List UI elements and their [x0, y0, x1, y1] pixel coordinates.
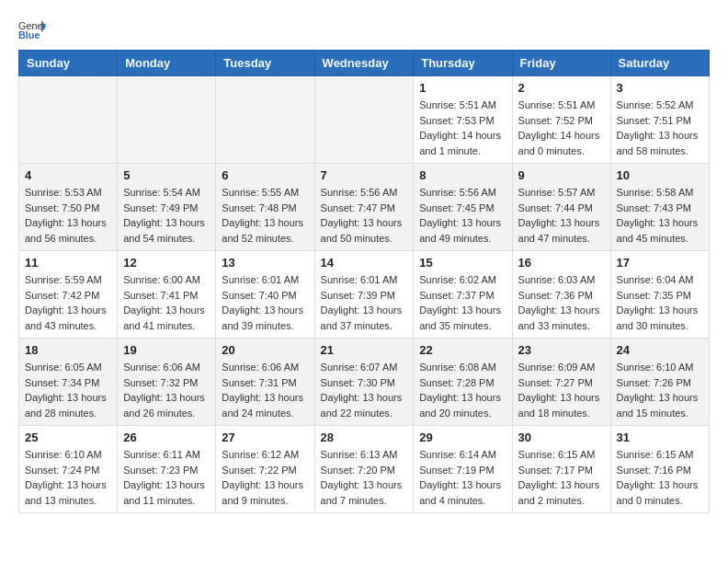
day-detail: Daylight: 13 hours and 0 minutes. [617, 477, 703, 508]
day-detail: Sunrise: 6:08 AM [419, 360, 506, 375]
calendar-cell [314, 76, 414, 164]
calendar-cell [118, 76, 216, 164]
day-detail: Daylight: 13 hours and 4 minutes. [419, 477, 506, 508]
day-detail: Sunrise: 6:14 AM [419, 447, 506, 463]
day-detail: Sunset: 7:53 PM [419, 113, 506, 129]
day-detail: Daylight: 13 hours and 47 minutes. [518, 215, 605, 246]
day-number: 11 [25, 256, 111, 270]
weekday-header-tuesday: Tuesday [216, 51, 314, 76]
logo: General Blue [18, 18, 46, 40]
calendar-cell: 1Sunrise: 5:51 AMSunset: 7:53 PMDaylight… [414, 76, 512, 164]
day-detail: Sunset: 7:36 PM [518, 288, 605, 304]
day-number: 16 [518, 256, 605, 270]
day-detail: Daylight: 13 hours and 22 minutes. [321, 390, 408, 420]
day-detail: Daylight: 13 hours and 11 minutes. [123, 477, 210, 508]
calendar-cell: 3Sunrise: 5:52 AMSunset: 7:51 PMDaylight… [610, 76, 709, 164]
weekday-header-friday: Friday [512, 51, 610, 76]
day-detail: Sunset: 7:28 PM [419, 375, 506, 391]
day-detail: Sunset: 7:35 PM [617, 288, 703, 304]
calendar-cell: 28Sunrise: 6:13 AMSunset: 7:20 PMDayligh… [314, 426, 414, 513]
calendar-cell: 17Sunrise: 6:04 AMSunset: 7:35 PMDayligh… [610, 251, 709, 339]
calendar-cell: 20Sunrise: 6:06 AMSunset: 7:31 PMDayligh… [216, 339, 314, 426]
calendar-cell: 25Sunrise: 6:10 AMSunset: 7:24 PMDayligh… [19, 426, 118, 513]
calendar-cell: 21Sunrise: 6:07 AMSunset: 7:30 PMDayligh… [314, 339, 414, 426]
calendar-cell: 13Sunrise: 6:01 AMSunset: 7:40 PMDayligh… [216, 251, 314, 339]
day-number: 27 [222, 431, 308, 444]
calendar-cell: 11Sunrise: 5:59 AMSunset: 7:42 PMDayligh… [19, 251, 118, 339]
day-detail: Sunset: 7:42 PM [25, 288, 111, 304]
weekday-header-sunday: Sunday [19, 51, 118, 76]
weekday-header-wednesday: Wednesday [314, 51, 414, 76]
day-number: 6 [222, 168, 308, 182]
day-number: 24 [617, 343, 703, 357]
calendar-cell: 29Sunrise: 6:14 AMSunset: 7:19 PMDayligh… [414, 426, 512, 513]
day-detail: Daylight: 13 hours and 35 minutes. [419, 303, 506, 333]
day-detail: Sunrise: 5:57 AM [518, 185, 605, 201]
calendar-cell [216, 76, 314, 164]
day-number: 2 [518, 81, 605, 95]
day-detail: Daylight: 13 hours and 7 minutes. [321, 477, 408, 508]
day-detail: Sunset: 7:37 PM [419, 288, 506, 304]
weekday-header-row: SundayMondayTuesdayWednesdayThursdayFrid… [19, 51, 710, 76]
day-detail: Daylight: 13 hours and 15 minutes. [617, 390, 703, 420]
day-detail: Sunrise: 6:01 AM [321, 272, 408, 288]
day-detail: Sunset: 7:39 PM [321, 288, 408, 304]
day-detail: Sunset: 7:16 PM [617, 463, 703, 478]
day-detail: Daylight: 13 hours and 33 minutes. [518, 303, 605, 333]
calendar-cell: 30Sunrise: 6:15 AMSunset: 7:17 PMDayligh… [512, 426, 610, 513]
calendar-cell [19, 76, 118, 164]
day-number: 28 [321, 431, 408, 444]
day-number: 14 [321, 256, 408, 270]
day-detail: Sunrise: 5:58 AM [617, 185, 703, 201]
day-detail: Daylight: 13 hours and 18 minutes. [518, 390, 605, 420]
day-detail: Daylight: 14 hours and 1 minute. [419, 128, 506, 158]
day-number: 13 [222, 256, 308, 270]
day-detail: Sunset: 7:27 PM [518, 375, 605, 391]
calendar-cell: 19Sunrise: 6:06 AMSunset: 7:32 PMDayligh… [118, 339, 216, 426]
calendar-cell: 2Sunrise: 5:51 AMSunset: 7:52 PMDaylight… [512, 76, 610, 164]
day-detail: Sunrise: 5:53 AM [25, 185, 111, 201]
day-number: 18 [25, 343, 111, 357]
calendar-week-row: 18Sunrise: 6:05 AMSunset: 7:34 PMDayligh… [19, 339, 710, 426]
page-header: General Blue [18, 18, 710, 40]
day-detail: Sunrise: 6:01 AM [222, 272, 308, 288]
day-number: 22 [419, 343, 506, 357]
day-detail: Sunrise: 6:13 AM [321, 447, 408, 463]
day-detail: Sunrise: 6:02 AM [419, 272, 506, 288]
calendar-week-row: 25Sunrise: 6:10 AMSunset: 7:24 PMDayligh… [19, 426, 710, 513]
weekday-header-monday: Monday [118, 51, 216, 76]
day-detail: Sunset: 7:22 PM [222, 463, 308, 478]
day-detail: Daylight: 13 hours and 50 minutes. [321, 215, 408, 246]
day-number: 19 [123, 343, 210, 357]
calendar-week-row: 11Sunrise: 5:59 AMSunset: 7:42 PMDayligh… [19, 251, 710, 339]
day-number: 26 [123, 431, 210, 444]
day-number: 12 [123, 256, 210, 270]
day-detail: Daylight: 13 hours and 13 minutes. [25, 477, 111, 508]
day-detail: Sunrise: 6:06 AM [222, 360, 308, 375]
day-detail: Sunset: 7:17 PM [518, 463, 605, 478]
day-detail: Sunset: 7:40 PM [222, 288, 308, 304]
day-detail: Sunrise: 6:15 AM [617, 447, 703, 463]
day-detail: Daylight: 13 hours and 43 minutes. [25, 303, 111, 333]
day-detail: Sunrise: 6:15 AM [518, 447, 605, 463]
day-detail: Sunrise: 6:11 AM [123, 447, 210, 463]
day-detail: Sunset: 7:50 PM [25, 201, 111, 216]
day-number: 25 [25, 431, 111, 444]
day-detail: Sunset: 7:20 PM [321, 463, 408, 478]
day-detail: Sunrise: 5:56 AM [419, 185, 506, 201]
day-detail: Daylight: 13 hours and 39 minutes. [222, 303, 308, 333]
day-detail: Sunset: 7:34 PM [25, 375, 111, 391]
day-detail: Sunset: 7:19 PM [419, 463, 506, 478]
calendar-cell: 16Sunrise: 6:03 AMSunset: 7:36 PMDayligh… [512, 251, 610, 339]
day-detail: Sunset: 7:47 PM [321, 201, 408, 216]
general-blue-icon: General Blue [18, 18, 46, 40]
day-detail: Daylight: 13 hours and 30 minutes. [617, 303, 703, 333]
calendar-cell: 5Sunrise: 5:54 AMSunset: 7:49 PMDaylight… [118, 164, 216, 251]
day-number: 29 [419, 431, 506, 444]
day-detail: Daylight: 14 hours and 0 minutes. [518, 128, 605, 158]
day-detail: Daylight: 13 hours and 52 minutes. [222, 215, 308, 246]
day-detail: Sunrise: 5:54 AM [123, 185, 210, 201]
day-detail: Sunrise: 5:51 AM [419, 98, 506, 113]
day-number: 23 [518, 343, 605, 357]
calendar-cell: 14Sunrise: 6:01 AMSunset: 7:39 PMDayligh… [314, 251, 414, 339]
